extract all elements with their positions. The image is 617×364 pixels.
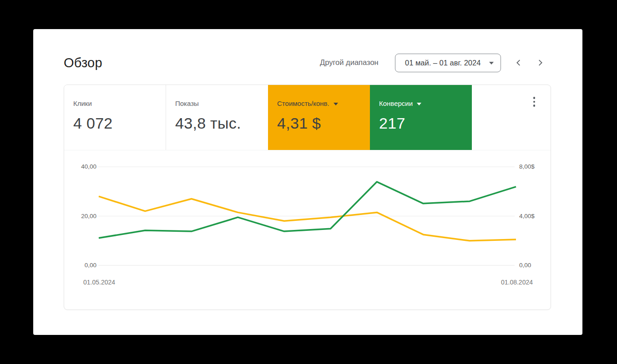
next-range-button[interactable] <box>534 57 546 69</box>
conversions-line <box>99 182 516 238</box>
chevron-down-icon <box>334 103 338 105</box>
kebab-menu-icon[interactable] <box>530 95 539 108</box>
scorecard-label: Конверсии <box>379 100 413 107</box>
overview-card: Клики 4 072 Показы 43,8 тыс. Стоимость/к… <box>64 85 551 310</box>
scorecard-value: 4,31 $ <box>277 115 370 132</box>
scorecard-label: Стоимость/конв. <box>277 100 329 107</box>
scorecard-value: 43,8 тыс. <box>175 115 268 132</box>
scorecard-row: Клики 4 072 Показы 43,8 тыс. Стоимость/к… <box>64 85 551 150</box>
x-axis-end-label: 01.08.2024 <box>501 279 533 286</box>
date-range-label: Другой диапазон <box>320 58 379 67</box>
scorecard-value: 4 072 <box>73 115 166 132</box>
scorecard-impressions: Показы 43,8 тыс. <box>166 85 268 150</box>
chevron-left-icon <box>514 58 524 68</box>
scorecard-value: 217 <box>379 115 472 132</box>
chevron-right-icon <box>535 58 545 68</box>
date-range-picker[interactable]: 01 май. – 01 авг. 2024 <box>395 54 501 72</box>
overview-chart-area: 40,00 20,00 0,00 8,00$ 4,00$ 0,00 01.05.… <box>64 150 551 310</box>
scorecard-cost-per-conversion[interactable]: Стоимость/конв. 4,31 $ <box>268 85 370 150</box>
x-axis-start-label: 01.05.2024 <box>83 279 115 286</box>
scorecard-label: Показы <box>175 100 199 107</box>
chevron-down-icon <box>417 103 421 105</box>
date-range-value: 01 май. – 01 авг. 2024 <box>405 59 480 67</box>
previous-range-button[interactable] <box>513 57 525 69</box>
chevron-down-icon <box>489 62 494 65</box>
card-menu-area <box>472 85 551 150</box>
overview-page: Обзор Другой диапазон 01 май. – 01 авг. … <box>33 29 582 335</box>
scorecard-label: Клики <box>73 100 92 107</box>
cost-per-conversion-line <box>99 196 516 241</box>
page-title: Обзор <box>64 55 102 70</box>
scorecard-clicks: Клики 4 072 <box>64 85 166 150</box>
overview-chart <box>64 150 551 310</box>
scorecard-conversions[interactable]: Конверсии 217 <box>370 85 472 150</box>
